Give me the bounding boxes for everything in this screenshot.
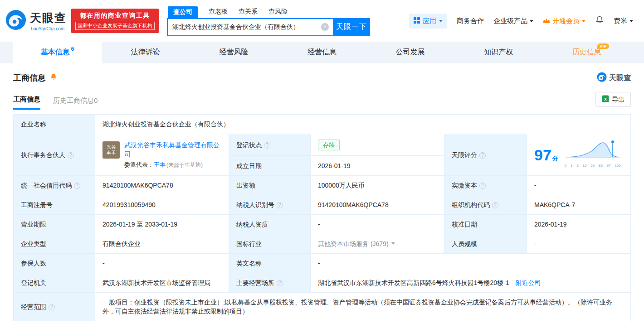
row-credit-code: 统一社会信用代码 91420100MAK6QPCA78 出资额 100000万人…	[14, 176, 631, 195]
subtab-business-info[interactable]: 工商信息	[13, 95, 40, 110]
help-icon[interactable]	[479, 183, 486, 189]
username-label: 费米	[614, 17, 627, 25]
row-company-type: 企业类型 有限合伙企业 国标行业 其他资本市场服务 (J679) 人员规模 -	[14, 234, 631, 254]
value-business-scope: 一般项目：创业投资（限投资未上市企业）;以私募基金从事股权投资、投资管理、资产管…	[95, 293, 631, 321]
value-industry: 其他资本市场服务 (J679)	[311, 234, 444, 254]
label-english-name: 英文名称	[229, 254, 311, 273]
row-insured: 参保人数 - 英文名称 -	[14, 254, 631, 273]
search-input-wrap	[167, 18, 333, 36]
value-capital: 100000万人民币	[311, 176, 444, 195]
search-tab-company[interactable]: 查公司	[168, 6, 198, 18]
subsection-tabs: 工商信息 历史工商信息0 x 导出	[13, 92, 631, 110]
export-button[interactable]: x 导出	[595, 92, 631, 107]
chevron-down-icon	[530, 20, 533, 24]
subscribe-bell-icon[interactable]	[49, 73, 58, 83]
tab-legal-proceedings-label: 法律诉讼	[131, 48, 160, 57]
value-insured-count: -	[95, 254, 229, 273]
label-company-type: 企业类型	[14, 234, 95, 254]
search-tab-risk[interactable]: 查风险	[268, 8, 288, 18]
representative-source: (来源于中基协)	[166, 162, 203, 168]
tab-history-info[interactable]: 历史信息 VIP	[542, 42, 631, 63]
value-taxpayer-id: 91420100MAK6QPCA78	[311, 195, 444, 215]
search-tab-boss[interactable]: 查老板	[209, 8, 228, 18]
label-approval-date: 核准日期	[444, 215, 527, 234]
brand-name: 天眼查	[30, 10, 67, 25]
help-icon[interactable]	[492, 202, 498, 208]
value-establish-date: 2026-01-19	[311, 156, 444, 176]
label-capital: 出资额	[229, 176, 311, 195]
apps-grid-icon	[414, 17, 420, 25]
value-executive-partner: 光谷 丰禾 武汉光谷丰禾私募基金管理有限公司 委派代表：王丰(来源于中基协)	[95, 134, 229, 176]
tab-basic-info-label: 基本信息	[40, 48, 69, 57]
company-detail-tabs: 基本信息 6 法律诉讼 经营风险 经营信息 公司发展 知识产权 历史信息 VIP	[0, 42, 644, 63]
tab-intellectual-property-label: 知识产权	[484, 48, 513, 57]
apps-label: 应用	[423, 17, 436, 25]
help-icon[interactable]	[277, 280, 283, 286]
help-icon[interactable]	[264, 142, 270, 149]
value-credit-code: 91420100MAK6QPCA78	[95, 176, 229, 195]
label-executive-partner: 执行事务合伙人	[14, 134, 95, 176]
nav-business-cooperation[interactable]: 商务合作	[457, 17, 484, 25]
nav-enterprise-products[interactable]: 企业级产品	[493, 17, 533, 25]
tab-company-development-label: 公司发展	[396, 48, 425, 57]
watermark-logo-icon	[597, 72, 607, 84]
label-org-code: 组织机构代码	[444, 195, 527, 215]
label-paid-capital: 实缴资本	[444, 176, 527, 195]
help-icon[interactable]	[68, 152, 74, 159]
search-tab-relation[interactable]: 查关系	[239, 8, 258, 18]
value-tianyan-score: 97分 01310508597100	[527, 134, 631, 176]
row-partner-status: 执行事务合伙人 光谷 丰禾 武汉光谷丰禾私募基金管理有限公司 委派代表：王丰(来…	[14, 134, 631, 156]
industry-expand-icon[interactable]	[391, 242, 395, 246]
watermark-brand: 天眼查	[597, 72, 631, 84]
row-business-scope: 经营范围 一般项目：创业投资（限投资未上市企业）;以私募基金从事股权投资、投资管…	[14, 293, 631, 321]
nav-user-menu[interactable]: 费米	[614, 17, 633, 25]
tab-legal-proceedings[interactable]: 法律诉讼	[102, 42, 190, 63]
label-tianyan-score: 天眼评分	[444, 134, 527, 176]
tab-basic-info-count: 6	[71, 46, 74, 52]
tab-basic-info[interactable]: 基本信息 6	[13, 42, 102, 63]
bell-icon	[595, 15, 604, 26]
tab-operation-risk[interactable]: 经营风险	[190, 42, 278, 63]
score-number: 97分	[534, 147, 558, 163]
tab-intellectual-property[interactable]: 知识产权	[454, 42, 543, 63]
score-axis-labels: 01310508597100	[564, 161, 622, 170]
nav-open-vip[interactable]: 开通会员	[543, 17, 585, 25]
label-industry: 国标行业	[229, 234, 311, 254]
label-registration-number: 工商注册号	[14, 195, 95, 215]
help-icon[interactable]	[277, 202, 283, 208]
subtab-history-business-info[interactable]: 历史工商信息0	[53, 97, 98, 110]
help-icon[interactable]	[74, 183, 80, 189]
help-icon[interactable]	[49, 304, 55, 310]
clear-search-icon[interactable]	[321, 23, 329, 31]
help-icon[interactable]	[479, 152, 486, 159]
section-header: 工商信息 天眼查	[13, 72, 631, 84]
label-taxpayer-qualification: 纳税人资质	[229, 215, 311, 234]
svg-text:x: x	[604, 97, 607, 101]
enterprise-products-label: 企业级产品	[493, 17, 527, 25]
slogan-line2: 国家中小企业发展子基金旗下机构	[75, 22, 155, 30]
apps-button[interactable]: 应用	[409, 14, 447, 29]
representative-link[interactable]: 王丰	[154, 161, 166, 168]
search-button[interactable]: 天眼一下	[333, 18, 370, 36]
tianyancha-logo-icon	[5, 10, 26, 32]
search-type-tabs: 查公司 查老板 查关系 查风险	[167, 6, 370, 18]
value-business-term: 2026-01-19 至 2033-01-19	[95, 215, 229, 234]
search-area: 查公司 查老板 查关系 查风险 天眼一下	[167, 6, 370, 36]
partner-logo: 光谷 丰禾	[102, 141, 120, 159]
nearby-companies-link[interactable]: 附近公司	[515, 279, 541, 286]
representative-label: 委派代表：	[124, 161, 154, 168]
status-badge: 存续	[318, 140, 340, 150]
value-company-name: 湖北烽火创业投资基金合伙企业（有限合伙）	[95, 115, 631, 134]
tab-operation-risk-label: 经营风险	[219, 48, 248, 57]
search-input[interactable]	[172, 24, 318, 31]
tianyancha-logo[interactable]: 天眼查 TianYanCha.com	[5, 10, 67, 32]
label-insured-count: 参保人数	[14, 254, 95, 273]
brand-domain: TianYanCha.com	[30, 26, 67, 31]
tab-company-development[interactable]: 公司发展	[366, 42, 454, 63]
row-business-term: 营业期限 2026-01-19 至 2033-01-19 纳税人资质 - 核准日…	[14, 215, 631, 234]
excel-icon: x	[602, 95, 609, 104]
tab-operation-info-label: 经营信息	[307, 48, 337, 57]
tab-operation-info[interactable]: 经营信息	[278, 42, 366, 63]
notifications-button[interactable]	[595, 15, 604, 26]
partner-company-link[interactable]: 武汉光谷丰禾私募基金管理有限公司	[124, 141, 220, 158]
